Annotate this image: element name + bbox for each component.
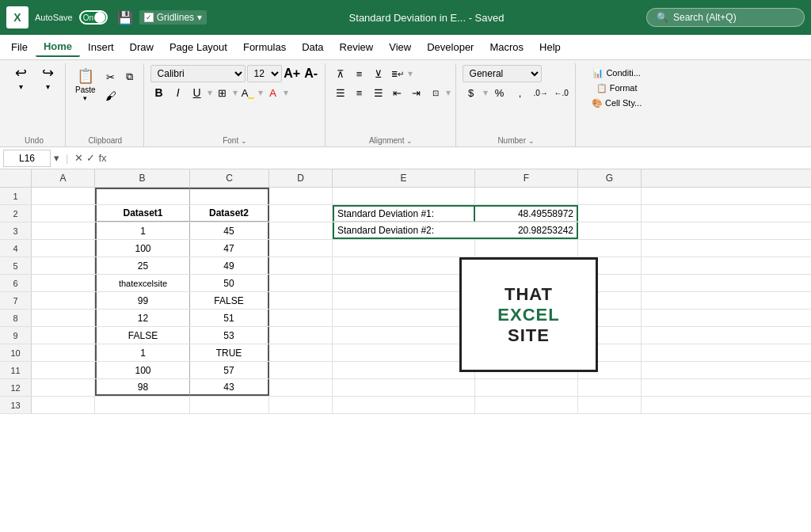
align-left-button[interactable]: ☰: [332, 84, 349, 101]
fill-color-button[interactable]: A_: [239, 84, 257, 101]
cell-a2[interactable]: [32, 205, 95, 222]
number-format-select[interactable]: General: [463, 65, 542, 82]
cell-c2[interactable]: Dataset2: [190, 205, 269, 222]
cell-e4[interactable]: [333, 240, 475, 256]
expand-formula-icon[interactable]: ▾: [54, 152, 59, 164]
col-header-g[interactable]: G: [578, 169, 642, 187]
cell-styles-button[interactable]: 🎨 Cell Sty...: [588, 97, 645, 110]
cell-b13[interactable]: [95, 397, 190, 413]
cell-b1[interactable]: [95, 188, 190, 204]
confirm-formula-icon[interactable]: ✓: [86, 152, 95, 164]
cell-f2[interactable]: 48.49558972: [475, 205, 578, 222]
cell-c12[interactable]: 43: [190, 379, 269, 396]
cell-e6[interactable]: [333, 275, 475, 291]
redo-button[interactable]: ↪ ▾: [35, 63, 60, 93]
cell-e13[interactable]: [333, 397, 475, 413]
cell-reference-box[interactable]: [3, 150, 51, 167]
cell-b3[interactable]: 1: [95, 222, 190, 239]
cell-g13[interactable]: [578, 397, 642, 413]
cell-a8[interactable]: [32, 310, 95, 326]
cell-c7[interactable]: FALSE: [190, 292, 269, 309]
menu-insert[interactable]: Insert: [80, 38, 122, 56]
menu-data[interactable]: Data: [294, 38, 331, 56]
cell-e8[interactable]: [333, 310, 475, 326]
font-color-button[interactable]: A: [265, 84, 282, 101]
col-header-c[interactable]: C: [190, 169, 269, 187]
decrease-font-button[interactable]: A-: [303, 65, 320, 82]
gridlines-control[interactable]: ✓ Gridlines ▾: [139, 10, 207, 25]
cell-d3[interactable]: [269, 222, 333, 239]
cell-g12[interactable]: [578, 379, 642, 396]
cell-b12[interactable]: 98: [95, 379, 190, 396]
cell-b6[interactable]: thatexcelsite: [95, 275, 190, 291]
cell-c13[interactable]: [190, 397, 269, 413]
cell-e11[interactable]: [333, 362, 475, 378]
cell-d6[interactable]: [269, 275, 333, 291]
cell-a3[interactable]: [32, 222, 95, 239]
cell-d2[interactable]: [269, 205, 333, 222]
cell-e2[interactable]: Standard Deviation #1:: [333, 205, 475, 222]
cell-d13[interactable]: [269, 397, 333, 413]
cell-g4[interactable]: [578, 240, 642, 256]
cell-e3[interactable]: Standard Deviation #2:: [333, 222, 475, 239]
gridlines-checkbox[interactable]: ✓: [144, 13, 154, 22]
col-header-f[interactable]: F: [475, 169, 578, 187]
cell-e10[interactable]: [333, 344, 475, 361]
paste-button[interactable]: 📋 Paste ▾: [72, 66, 99, 104]
currency-button[interactable]: $: [463, 84, 480, 101]
autosave-toggle[interactable]: On: [79, 10, 108, 25]
menu-home[interactable]: Home: [36, 37, 80, 57]
cell-d4[interactable]: [269, 240, 333, 256]
italic-button[interactable]: I: [169, 84, 187, 101]
align-top-button[interactable]: ⊼: [332, 65, 349, 82]
bold-button[interactable]: B: [150, 84, 168, 101]
cell-c6[interactable]: 50: [190, 275, 269, 291]
increase-font-button[interactable]: A+: [284, 65, 301, 82]
cell-b11[interactable]: 100: [95, 362, 190, 378]
increase-indent-button[interactable]: ⇥: [408, 84, 425, 101]
cut-button[interactable]: ✂: [102, 68, 120, 86]
cell-e7[interactable]: [333, 292, 475, 309]
cell-c3[interactable]: 45: [190, 222, 269, 239]
cell-a11[interactable]: [32, 362, 95, 378]
copy-button[interactable]: ⧉: [121, 68, 139, 86]
menu-file[interactable]: File: [3, 38, 36, 56]
cell-e1[interactable]: [333, 188, 475, 204]
decrease-indent-button[interactable]: ⇤: [389, 84, 406, 101]
cell-f4[interactable]: [475, 240, 578, 256]
cell-d12[interactable]: [269, 379, 333, 396]
cell-a6[interactable]: [32, 275, 95, 291]
cell-a13[interactable]: [32, 397, 95, 413]
cell-c5[interactable]: 49: [190, 257, 269, 274]
cell-b5[interactable]: 25: [95, 257, 190, 274]
cell-d1[interactable]: [269, 188, 333, 204]
cell-a7[interactable]: [32, 292, 95, 309]
cell-e12[interactable]: [333, 379, 475, 396]
col-header-a[interactable]: A: [32, 169, 95, 187]
menu-help[interactable]: Help: [531, 38, 569, 56]
cell-f13[interactable]: [475, 397, 578, 413]
search-box[interactable]: 🔍 Search (Alt+Q): [646, 8, 805, 27]
cell-e5[interactable]: [333, 257, 475, 274]
cell-a1[interactable]: [32, 188, 95, 204]
cell-c11[interactable]: 57: [190, 362, 269, 378]
gridlines-dropdown-icon[interactable]: ▾: [197, 12, 202, 23]
format-painter-button[interactable]: 🖌: [102, 87, 120, 104]
increase-decimal-button[interactable]: .0→: [532, 84, 550, 101]
underline-button[interactable]: U: [188, 84, 206, 101]
comma-button[interactable]: ,: [512, 84, 529, 101]
font-size-select[interactable]: 12: [247, 65, 282, 82]
cell-f3[interactable]: 20.98253242: [475, 222, 578, 239]
cell-b10[interactable]: 1: [95, 344, 190, 361]
cell-f12[interactable]: [475, 379, 578, 396]
align-middle-button[interactable]: ≡: [351, 65, 368, 82]
cell-d7[interactable]: [269, 292, 333, 309]
insert-function-icon[interactable]: fx: [98, 152, 106, 164]
align-center-button[interactable]: ≡: [351, 84, 368, 101]
cell-f1[interactable]: [475, 188, 578, 204]
wrap-text-button[interactable]: ≣↵: [389, 65, 406, 82]
cell-b8[interactable]: 12: [95, 310, 190, 326]
cell-d9[interactable]: [269, 327, 333, 344]
cell-c1[interactable]: [190, 188, 269, 204]
menu-developer[interactable]: Developer: [419, 38, 482, 56]
